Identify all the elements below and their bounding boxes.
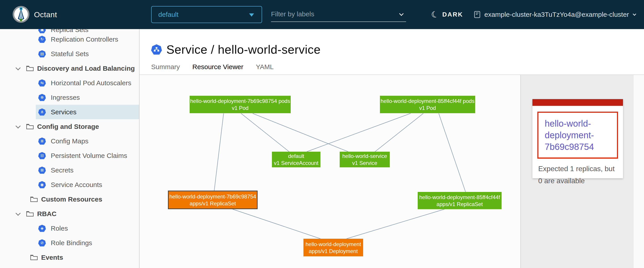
sidebar-item-label: Stateful Sets (51, 50, 89, 58)
alert-message: Expected 1 replicas, but 0 are available (532, 158, 623, 191)
ingresses-icon: ⊗ (38, 94, 46, 101)
graph-node-replicaset-85ff4cf44f[interactable]: hello-world-deployment-85ff4cf44fapps/v1… (418, 192, 502, 209)
sidebar-item-role-bindings[interactable]: ⊘Role Bindings (0, 236, 139, 250)
theme-toggle-button[interactable]: ☾ DARK (431, 0, 463, 29)
roles-icon: ◈ (38, 225, 46, 232)
graph-node-serviceaccount-default[interactable]: defaultv1 ServiceAccount (272, 152, 320, 167)
node-name: hello-world-deployment-7b69c98754 pods (190, 98, 290, 104)
sidebar-item-services[interactable]: ⋔Services (0, 105, 139, 119)
node-name: hello-world-deployment-7b69c98754 (169, 193, 256, 200)
alert-card-header (532, 99, 623, 106)
sidebar-item-events[interactable]: Events (0, 250, 139, 265)
sidebar-item-horizontal-pod-autoscalers[interactable]: ⇆Horizontal Pod Autoscalers (0, 76, 139, 90)
graph-node-replicaset-7b69c98754[interactable]: hello-world-deployment-7b69c98754apps/v1… (168, 190, 258, 209)
sidebar-item-config-maps[interactable]: ≣Config Maps (0, 134, 139, 148)
node-kind: v1 ServiceAccount (274, 160, 318, 166)
tab-summary[interactable]: Summary (151, 63, 180, 76)
sidebar-item-replication-controllers[interactable]: ↻Replication Controllers (0, 32, 139, 46)
sidebar-item-service-accounts[interactable]: ◉Service Accounts (0, 178, 139, 192)
sidebar-item-label: Role Bindings (51, 239, 92, 247)
graph-node-service-hello-world[interactable]: hello-world-servicev1 Service (340, 152, 390, 167)
sidebar-item-label: Ingresses (51, 94, 80, 101)
page-title: Service / hello-world-service (166, 42, 321, 56)
node-name: hello-world-deployment (306, 241, 361, 248)
replication-controllers-icon: ↻ (38, 36, 46, 43)
tab-resource-viewer[interactable]: Resource Viewer (192, 63, 243, 76)
main-content: Service / hello-world-service SummaryRes… (140, 29, 644, 268)
sidebar-group-label: RBAC (37, 210, 56, 218)
sidebar-item-rbac[interactable]: RBAC (0, 206, 139, 221)
folder-icon (26, 210, 34, 218)
sidebar-item-custom-resources[interactable]: Custom Resources (0, 192, 139, 206)
graph-edge (241, 114, 289, 152)
sidebar-group-label: Discovery and Load Balancing (37, 65, 135, 72)
tab-bar: SummaryResource ViewerYAML (151, 63, 274, 76)
chevron-down-icon[interactable] (16, 210, 21, 216)
node-kind: v1 Service (352, 160, 377, 166)
sidebar-item-label: Secrets (51, 166, 74, 174)
detail-panel: hello-world-deployment-7b69c98754 Expect… (520, 75, 633, 268)
tab-yaml[interactable]: YAML (256, 63, 274, 76)
role-bindings-icon: ⊘ (38, 239, 46, 246)
graph-node-pod-7b69c98754[interactable]: hello-world-deployment-7b69c98754 podsv1… (190, 96, 291, 113)
sidebar-item-label: Roles (51, 224, 68, 232)
namespace-value: default (158, 11, 178, 18)
sidebar-item-label: Config Maps (51, 137, 88, 145)
graph-node-deployment-hello-world[interactable]: hello-world-deploymentapps/v1 Deployment (304, 239, 363, 256)
node-kind: apps/v1 ReplicaSet (190, 200, 236, 207)
chevron-down-icon[interactable] (16, 123, 21, 128)
sidebar-item-config-and-storage[interactable]: Config and Storage (0, 119, 139, 134)
node-name: hello-world-service (342, 152, 387, 160)
moon-icon: ☾ (430, 10, 440, 20)
app-header: Octant default Filter by labels ☾ DARK e… (0, 0, 644, 29)
node-kind: apps/v1 Deployment (309, 248, 358, 254)
chevron-down-icon[interactable] (16, 65, 21, 70)
sidebar-item-stateful-sets[interactable]: ▤Stateful Sets (0, 46, 139, 61)
services-icon: ⋔ (38, 108, 46, 116)
label-filter-input[interactable]: Filter by labels (271, 7, 406, 22)
node-name: hello-world-deployment-85ff4cf44f (419, 194, 500, 201)
cluster-value: example-cluster-ka3TuTzYo4a@example-clus… (484, 11, 629, 18)
chevron-down-icon[interactable] (399, 12, 404, 16)
label-filter-placeholder: Filter by labels (271, 10, 314, 18)
sidebar-item-discovery-and-load-balancing[interactable]: Discovery and Load Balancing (0, 61, 139, 76)
resource-graph: hello-world-deployment-7b69c98754 podsv1… (140, 75, 520, 268)
graph-edge (346, 209, 444, 239)
alert-box: hello-world-deployment-7b69c98754 (537, 112, 618, 158)
pvc-icon: ⊟ (38, 152, 46, 159)
folder-icon (26, 122, 34, 131)
graph-edge (214, 114, 224, 190)
folder-icon (30, 254, 38, 262)
folder-icon (26, 64, 34, 72)
sidebar-group-label: Config and Storage (37, 123, 99, 130)
sidebar-group-label: Custom Resources (41, 196, 102, 203)
sidebar-group-label: Events (41, 254, 63, 261)
scrollbar-gutter[interactable] (633, 75, 644, 268)
node-kind: v1 Pod (232, 104, 249, 112)
sidebar-nav: ▣Replica Sets↻Replication Controllers▤St… (0, 0, 140, 268)
octant-logo-icon (12, 6, 30, 23)
sidebar-item-roles[interactable]: ◈Roles (0, 221, 139, 236)
node-name: hello-world-deployment-85ff4cf44f pods (380, 98, 474, 104)
sidebar-item-label: Persistent Volume Claims (51, 152, 127, 160)
sidebar-item-persistent-volume-claims[interactable]: ⊟Persistent Volume Claims (0, 148, 139, 163)
sidebar-item-label: Horizontal Pod Autoscalers (51, 79, 131, 87)
sidebar-item-ingresses[interactable]: ⊗Ingresses (0, 90, 139, 105)
theme-toggle-label: DARK (442, 11, 463, 18)
replicaset-link[interactable]: hello-world-deployment-7b69c98754 (545, 118, 594, 152)
graph-edge (439, 114, 466, 192)
graph-edge (253, 114, 348, 152)
service-accounts-icon: ◉ (38, 181, 46, 188)
namespace-dropdown[interactable]: default (151, 6, 262, 23)
sidebar-item-label: Replication Controllers (51, 36, 118, 43)
node-name: default (288, 152, 304, 160)
graph-node-pod-85ff4cf44f[interactable]: hello-world-deployment-85ff4cf44f podsv1… (380, 96, 475, 113)
sidebar-item-secrets[interactable]: ⊠Secrets (0, 163, 139, 178)
graph-edge (375, 114, 423, 152)
service-icon (151, 44, 162, 54)
cluster-selector[interactable]: example-cluster-ka3TuTzYo4a@example-clus… (474, 0, 635, 29)
sidebar-item-label: Service Accounts (51, 181, 102, 188)
cluster-chevron-icon (632, 12, 636, 16)
hpa-icon: ⇆ (38, 80, 46, 86)
graph-edge (232, 209, 320, 239)
